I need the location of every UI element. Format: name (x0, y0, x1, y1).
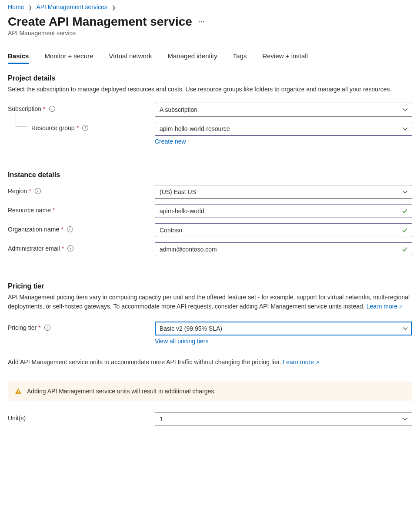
create-new-link[interactable]: Create new (155, 138, 186, 145)
organization-name-input[interactable] (155, 223, 412, 237)
warning-banner: Adding API Management service units will… (8, 382, 412, 401)
pricing-tier-label: Pricing tier * (8, 322, 155, 331)
resource-name-input[interactable] (155, 204, 412, 218)
required-icon: * (53, 207, 55, 214)
required-icon: * (61, 226, 63, 233)
warning-icon (15, 388, 22, 395)
learn-more-link[interactable]: Learn more↗ (367, 303, 403, 310)
instance-details-heading: Instance details (8, 171, 412, 179)
region-select[interactable] (155, 185, 412, 199)
admin-email-label: Administrator email * (8, 242, 155, 252)
info-icon[interactable] (82, 125, 88, 131)
organization-name-label: Organization name * (8, 223, 155, 233)
pricing-tier-select[interactable] (155, 322, 412, 335)
learn-more-link[interactable]: Learn more↗ (283, 359, 319, 365)
info-icon[interactable] (35, 188, 41, 194)
tab-managed-identity[interactable]: Managed identity (167, 50, 217, 64)
units-desc: Add API Management service units to acco… (8, 358, 412, 367)
view-all-pricing-tiers-link[interactable]: View all pricing tiers (155, 338, 208, 345)
resource-group-select[interactable] (155, 122, 412, 136)
resource-group-label: Resource group * (8, 122, 155, 131)
info-icon[interactable] (67, 245, 73, 251)
project-details-heading: Project details (8, 74, 412, 82)
info-icon[interactable] (44, 325, 50, 331)
required-icon: * (77, 124, 79, 131)
page-subtitle: API Management service (8, 30, 412, 37)
tabs: Basics Monitor + secure Virtual network … (8, 50, 412, 64)
breadcrumb-home[interactable]: Home (8, 3, 24, 10)
region-label: Region * (8, 185, 155, 194)
subscription-label: Subscription * (8, 103, 155, 112)
tab-basics[interactable]: Basics (8, 50, 29, 64)
info-icon[interactable] (67, 226, 73, 232)
svg-rect-0 (18, 390, 19, 392)
tab-monitor-secure[interactable]: Monitor + secure (44, 50, 93, 64)
chevron-right-icon: ❯ (28, 5, 32, 10)
units-select[interactable] (155, 412, 412, 426)
admin-email-input[interactable] (155, 242, 412, 256)
required-icon: * (43, 105, 45, 112)
info-icon[interactable] (49, 106, 55, 112)
required-icon: * (29, 188, 31, 194)
page-title: Create API Management service ⋯ (8, 15, 412, 29)
pricing-tier-heading: Pricing tier (8, 282, 412, 290)
tab-virtual-network[interactable]: Virtual network (109, 50, 152, 64)
tab-tags[interactable]: Tags (233, 50, 247, 64)
resource-name-label: Resource name * (8, 204, 155, 214)
external-link-icon: ↗ (315, 360, 319, 365)
warning-text: Adding API Management service units will… (27, 388, 216, 395)
breadcrumb-apim-services[interactable]: API Management services (36, 3, 107, 10)
units-label: Unit(s) (8, 412, 155, 422)
required-icon: * (38, 324, 40, 331)
svg-rect-1 (18, 392, 19, 393)
external-link-icon: ↗ (399, 304, 403, 309)
required-icon: * (62, 245, 64, 252)
more-icon[interactable]: ⋯ (198, 18, 205, 25)
pricing-tier-desc: API Management pricing tiers vary in com… (8, 293, 412, 311)
subscription-select[interactable] (155, 103, 412, 117)
chevron-right-icon: ❯ (112, 5, 116, 10)
tab-review-install[interactable]: Review + install (262, 50, 308, 64)
breadcrumb: Home ❯ API Management services ❯ (8, 3, 412, 10)
project-details-desc: Select the subscription to manage deploy… (8, 85, 412, 94)
